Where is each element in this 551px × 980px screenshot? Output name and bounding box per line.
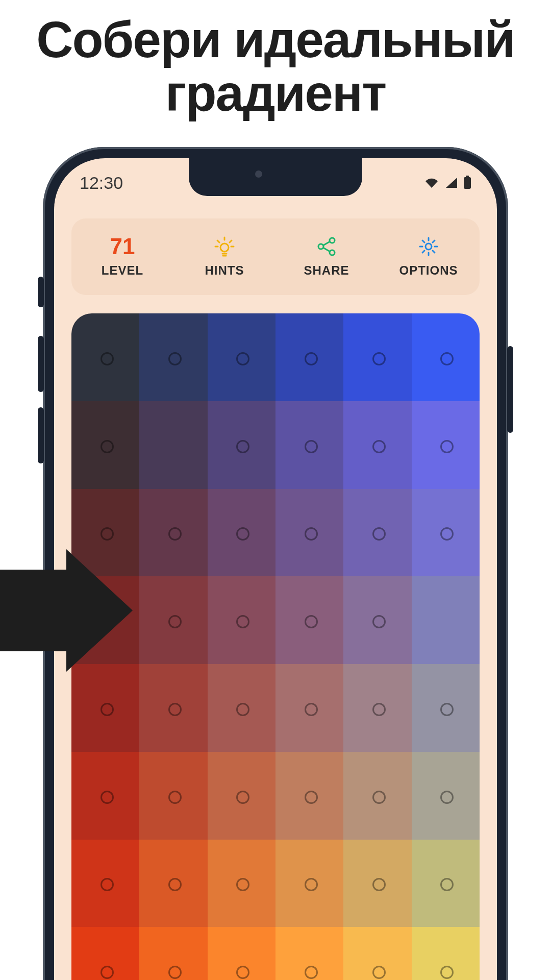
phone-volume-up [38, 336, 44, 392]
gradient-board [71, 313, 480, 980]
gradient-tile[interactable] [412, 576, 480, 664]
gradient-tile[interactable] [208, 840, 276, 927]
status-bar: 12:30 [54, 158, 497, 207]
gradient-tile[interactable] [343, 840, 411, 927]
gradient-tile[interactable] [412, 752, 480, 840]
battery-icon [463, 173, 471, 193]
headline-line-2: градиент [165, 64, 386, 121]
gradient-tile[interactable] [343, 752, 411, 840]
gradient-tile[interactable] [208, 927, 276, 980]
level-label: LEVEL [102, 263, 143, 278]
statusbar-time: 12:30 [80, 173, 123, 193]
svg-rect-0 [466, 176, 469, 177]
level-number: 71 [110, 237, 135, 256]
gradient-tile[interactable] [208, 313, 276, 401]
gradient-tile[interactable] [343, 313, 411, 401]
options-button[interactable]: OPTIONS [378, 236, 480, 278]
gradient-tile[interactable] [208, 664, 276, 752]
gradient-tile[interactable] [343, 927, 411, 980]
statusbar-indicators [423, 173, 471, 193]
svg-line-4 [230, 240, 232, 242]
options-label: OPTIONS [399, 263, 458, 278]
gradient-tile[interactable] [208, 752, 276, 840]
svg-line-3 [217, 240, 219, 242]
gradient-tile[interactable] [71, 664, 139, 752]
gradient-tile[interactable] [412, 664, 480, 752]
game-toolbar: 71 LEVEL HINTS [71, 218, 480, 295]
svg-line-13 [323, 241, 330, 246]
gradient-tile[interactable] [343, 401, 411, 489]
gradient-tile[interactable] [71, 752, 139, 840]
gradient-tile[interactable] [276, 576, 343, 664]
share-button[interactable]: SHARE [276, 236, 378, 278]
attention-arrow-icon [0, 549, 133, 672]
gradient-tile[interactable] [139, 752, 207, 840]
gradient-tile[interactable] [412, 401, 480, 489]
svg-point-7 [220, 243, 229, 252]
gradient-tile[interactable] [343, 489, 411, 577]
gradient-tile[interactable] [412, 489, 480, 577]
gradient-tile[interactable] [139, 840, 207, 927]
marketing-headline: Собери идеальный градиент [0, 13, 551, 120]
gradient-tile[interactable] [412, 840, 480, 927]
gear-icon [418, 236, 439, 257]
gradient-tile[interactable] [139, 664, 207, 752]
gradient-tile[interactable] [412, 927, 480, 980]
gradient-tile[interactable] [276, 927, 343, 980]
gradient-tile[interactable] [343, 576, 411, 664]
gradient-tile[interactable] [71, 401, 139, 489]
gradient-tile[interactable] [208, 489, 276, 577]
gradient-tile[interactable] [208, 401, 276, 489]
gradient-tile[interactable] [139, 489, 207, 577]
gradient-grid [71, 313, 480, 980]
gradient-tile[interactable] [276, 840, 343, 927]
svg-point-10 [330, 238, 335, 243]
gradient-tile[interactable] [412, 313, 480, 401]
lightbulb-icon [214, 236, 235, 257]
phone-power-button [507, 346, 513, 433]
level-indicator: 71 LEVEL [71, 236, 173, 278]
headline-line-1: Собери идеальный [36, 11, 514, 68]
gradient-tile[interactable] [276, 313, 343, 401]
svg-point-11 [318, 244, 323, 249]
hints-label: HINTS [205, 263, 244, 278]
gradient-tile[interactable] [276, 401, 343, 489]
svg-point-12 [330, 250, 335, 255]
cell-signal-icon [445, 173, 458, 193]
svg-rect-1 [464, 177, 471, 189]
phone-mute-switch [38, 277, 44, 307]
hints-button[interactable]: HINTS [173, 236, 276, 278]
svg-point-15 [425, 243, 432, 250]
gradient-tile[interactable] [208, 576, 276, 664]
gradient-tile[interactable] [139, 576, 207, 664]
gradient-tile[interactable] [71, 840, 139, 927]
share-icon [317, 236, 336, 257]
gradient-tile[interactable] [276, 752, 343, 840]
share-label: SHARE [304, 263, 349, 278]
gradient-tile[interactable] [139, 927, 207, 980]
gradient-tile[interactable] [71, 927, 139, 980]
gradient-tile[interactable] [276, 489, 343, 577]
gradient-tile[interactable] [139, 401, 207, 489]
wifi-icon [423, 173, 440, 193]
phone-volume-down [38, 407, 44, 463]
gradient-tile[interactable] [343, 664, 411, 752]
gradient-tile[interactable] [276, 664, 343, 752]
gradient-tile[interactable] [139, 313, 207, 401]
gradient-tile[interactable] [71, 313, 139, 401]
svg-line-14 [323, 248, 330, 252]
